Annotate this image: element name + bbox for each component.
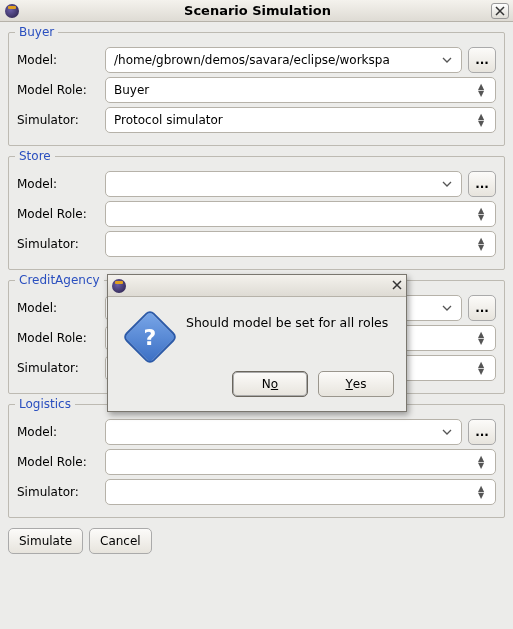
group-logistics-title: Logistics <box>15 397 75 411</box>
chevron-down-icon <box>437 427 457 437</box>
buyer-model-role-select[interactable]: Buyer ▲▼ <box>105 77 496 103</box>
label-simulator: Simulator: <box>17 237 99 251</box>
cancel-button[interactable]: Cancel <box>89 528 152 554</box>
dialog-no-button[interactable]: No <box>232 371 308 397</box>
logistics-model-combo[interactable] <box>105 419 462 445</box>
updown-icon: ▲▼ <box>478 332 484 345</box>
app-icon <box>112 279 126 293</box>
buyer-model-combo[interactable]: /home/gbrown/demos/savara/eclipse/worksp… <box>105 47 462 73</box>
confirm-dialog: ? Should model be set for all roles No Y… <box>107 274 407 412</box>
group-logistics: Logistics Model: ... Model Role: ▲▼ Simu… <box>8 404 505 518</box>
dialog-titlebar <box>108 275 406 297</box>
label-model: Model: <box>17 177 99 191</box>
close-icon <box>392 280 402 290</box>
chevron-down-icon <box>437 303 457 313</box>
dialog-yes-button[interactable]: Yes <box>318 371 394 397</box>
label-model: Model: <box>17 53 99 67</box>
updown-icon: ▲▼ <box>478 208 484 221</box>
close-icon <box>495 6 505 16</box>
label-model-role: Model Role: <box>17 331 99 345</box>
buyer-simulator-value: Protocol simulator <box>114 113 473 127</box>
question-icon: ? <box>122 309 179 366</box>
label-model-role: Model Role: <box>17 207 99 221</box>
updown-icon: ▲▼ <box>478 362 484 375</box>
label-model-role: Model Role: <box>17 455 99 469</box>
store-model-role-select[interactable]: ▲▼ <box>105 201 496 227</box>
group-buyer: Buyer Model: /home/gbrown/demos/savara/e… <box>8 32 505 146</box>
updown-icon: ▲▼ <box>478 486 484 499</box>
updown-icon: ▲▼ <box>478 238 484 251</box>
label-model: Model: <box>17 301 99 315</box>
label-model: Model: <box>17 425 99 439</box>
label-model-role: Model Role: <box>17 83 99 97</box>
store-model-browse-button[interactable]: ... <box>468 171 496 197</box>
logistics-model-browse-button[interactable]: ... <box>468 419 496 445</box>
chevron-down-icon <box>437 179 457 189</box>
updown-icon: ▲▼ <box>478 456 484 469</box>
credit-model-browse-button[interactable]: ... <box>468 295 496 321</box>
logistics-model-role-select[interactable]: ▲▼ <box>105 449 496 475</box>
bottom-bar: Simulate Cancel <box>8 528 505 554</box>
chevron-down-icon <box>437 55 457 65</box>
updown-icon: ▲▼ <box>478 114 484 127</box>
label-simulator: Simulator: <box>17 485 99 499</box>
buyer-simulator-select[interactable]: Protocol simulator ▲▼ <box>105 107 496 133</box>
buyer-model-browse-button[interactable]: ... <box>468 47 496 73</box>
store-simulator-select[interactable]: ▲▼ <box>105 231 496 257</box>
simulate-button[interactable]: Simulate <box>8 528 83 554</box>
buyer-model-role-value: Buyer <box>114 83 473 97</box>
group-creditagency-title: CreditAgency <box>15 273 104 287</box>
updown-icon: ▲▼ <box>478 84 484 97</box>
group-store-title: Store <box>15 149 55 163</box>
app-icon <box>4 3 20 19</box>
group-store: Store Model: ... Model Role: ▲▼ Simulato… <box>8 156 505 270</box>
label-simulator: Simulator: <box>17 361 99 375</box>
buyer-model-value: /home/gbrown/demos/savara/eclipse/worksp… <box>114 53 437 67</box>
titlebar: Scenario Simulation <box>0 0 513 22</box>
store-model-combo[interactable] <box>105 171 462 197</box>
group-buyer-title: Buyer <box>15 25 58 39</box>
dialog-close-button[interactable] <box>392 279 402 293</box>
dialog-message: Should model be set for all roles <box>186 311 390 330</box>
window-close-button[interactable] <box>491 3 509 19</box>
label-simulator: Simulator: <box>17 113 99 127</box>
window-title: Scenario Simulation <box>24 3 491 18</box>
logistics-simulator-select[interactable]: ▲▼ <box>105 479 496 505</box>
